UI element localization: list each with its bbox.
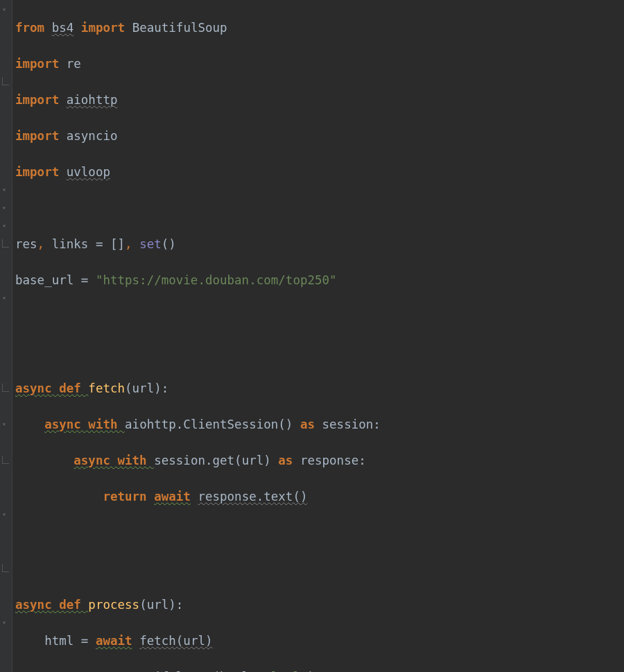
keyword-await: await [96, 634, 132, 648]
module-re: re [67, 57, 81, 71]
keyword-import: import [15, 93, 59, 107]
module-uvloop: uvloop [67, 165, 110, 179]
keyword-await: await [154, 490, 191, 503]
fold-end-icon [2, 456, 9, 464]
code-line[interactable]: from bs4 import BeautifulSoup [15, 19, 624, 37]
keyword-import: import [15, 129, 59, 143]
keyword-async-def: async def [15, 381, 88, 395]
fold-open-icon[interactable]: ▾ [2, 187, 9, 193]
keyword-from: from [15, 21, 44, 35]
fold-end-icon [2, 564, 9, 572]
code-line[interactable] [15, 524, 624, 542]
module-aiohttp: aiohttp [67, 93, 118, 107]
code-line[interactable]: import re [15, 55, 624, 73]
code-line[interactable] [15, 307, 624, 325]
fold-open-icon[interactable]: ▾ [2, 421, 9, 428]
code-editor[interactable]: ▾ ▾ ▾ ▾ ▾ ▾ ▾ ▾ [0, 0, 624, 672]
keyword-as: as [278, 454, 300, 467]
code-line[interactable] [15, 560, 624, 578]
code-line[interactable]: async with session.get(url) as response: [15, 451, 624, 469]
var-res: res [15, 237, 37, 251]
code-line[interactable] [15, 199, 624, 217]
fold-open-icon[interactable]: ▾ [2, 295, 9, 302]
code-line[interactable]: res, links = [], set() [15, 235, 624, 253]
fold-open-icon[interactable]: ▾ [2, 6, 9, 13]
var-links: links [52, 237, 89, 251]
import-name: BeautifulSoup [132, 21, 227, 35]
module-bs4: bs4 [52, 21, 74, 35]
code-line[interactable]: html = await fetch(url) [15, 632, 624, 650]
fold-open-icon[interactable]: ▾ [2, 205, 9, 212]
builtin-set: set [139, 237, 162, 251]
string-url: "https://movie.douban.com/top250" [96, 273, 337, 287]
code-line[interactable]: content = BeautifulSoup(html, 'lxml') [15, 668, 624, 672]
code-line[interactable]: base_url = "https://movie.douban.com/top… [15, 271, 624, 289]
code-line[interactable]: return await response.text() [15, 488, 624, 506]
code-area[interactable]: from bs4 import BeautifulSoup import re … [12, 0, 624, 672]
code-line[interactable] [15, 343, 624, 361]
code-line[interactable]: import aiohttp [15, 91, 624, 109]
func-process: process [88, 598, 139, 612]
keyword-return: return [103, 490, 154, 503]
keyword-async-with: async with [44, 417, 125, 431]
keyword-async-def: async def [15, 598, 88, 612]
keyword-import: import [15, 57, 59, 71]
keyword-as: as [300, 417, 322, 431]
fold-open-icon[interactable]: ▾ [2, 619, 9, 626]
code-line[interactable]: async with aiohttp.ClientSession() as se… [15, 415, 624, 433]
code-line[interactable]: import asyncio [15, 127, 624, 145]
fold-end-icon [2, 239, 9, 248]
code-line[interactable]: async def fetch(url): [15, 379, 624, 397]
fold-end-icon [2, 384, 9, 392]
fold-open-icon[interactable]: ▾ [2, 511, 9, 518]
gutter: ▾ ▾ ▾ ▾ ▾ ▾ ▾ ▾ [0, 0, 12, 672]
keyword-import: import [15, 165, 59, 179]
fold-open-icon[interactable]: ▾ [2, 223, 9, 230]
keyword-import: import [81, 21, 125, 35]
keyword-async-with: async with [73, 454, 154, 467]
code-line[interactable]: async def process(url): [15, 596, 624, 614]
fold-end-icon [2, 77, 9, 85]
func-fetch: fetch [88, 381, 125, 395]
module-asyncio: asyncio [67, 129, 118, 143]
code-line[interactable]: import uvloop [15, 163, 624, 181]
